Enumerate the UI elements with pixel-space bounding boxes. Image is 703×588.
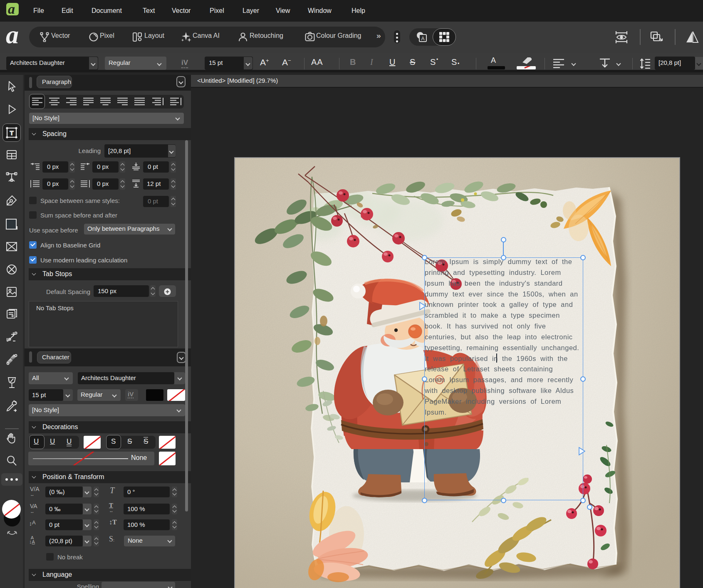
svg-text:A: A — [421, 36, 424, 42]
svg-text:T: T — [10, 129, 13, 136]
